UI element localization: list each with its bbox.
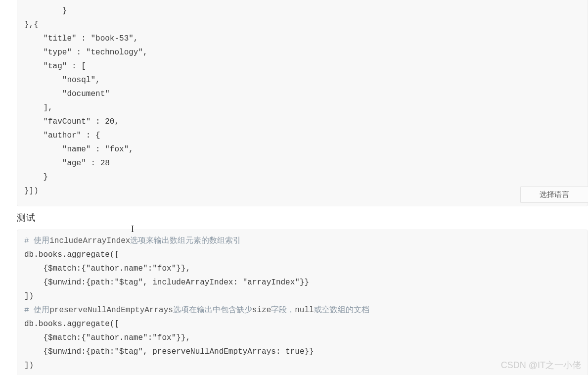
code-line: {$unwind:{path:"$tag", preserveNullAndEm…: [24, 345, 581, 359]
code-line: },{: [24, 18, 581, 32]
code-line: "document": [24, 87, 581, 101]
code-comment-2: # 使用preserveNullAndEmptyArrays选项在输出中包含缺少…: [24, 303, 581, 317]
code-line: {$unwind:{path:"$tag", includeArrayIndex…: [24, 276, 581, 289]
code-line: db.books.aggregate([: [24, 248, 581, 262]
code-line: "author" : {: [24, 129, 581, 142]
code-line: "title" : "book-53",: [24, 32, 581, 46]
code-block-1: }},{ "title" : "book-53", "type" : "tech…: [17, 0, 588, 206]
code-line: ]): [24, 289, 581, 303]
code-line: }: [24, 4, 581, 18]
code-block-2: # 使用includeArrayIndex选项来输出数组元素的数组索引db.bo…: [17, 230, 588, 375]
code-comment-1: # 使用includeArrayIndex选项来输出数组元素的数组索引: [24, 234, 581, 248]
code-line: }: [24, 170, 581, 184]
code-line: {$match:{"author.name":"fox"}},: [24, 331, 581, 345]
code-line: ]): [24, 359, 581, 373]
code-line: ],: [24, 101, 581, 115]
code-line: "age" : 28: [24, 156, 581, 170]
code-line: "tag" : [: [24, 59, 581, 73]
select-language-button[interactable]: 选择语言: [520, 187, 588, 203]
code-line: "type" : "technology",: [24, 46, 581, 59]
code-line: {$match:{"author.name":"fox"}},: [24, 262, 581, 276]
text-cursor-icon: I: [131, 224, 134, 234]
code-line: "favCount" : 20,: [24, 115, 581, 129]
code-line: "name" : "fox",: [24, 142, 581, 156]
code-line: "nosql",: [24, 73, 581, 87]
section-title-test: 测试: [17, 212, 588, 224]
code-line: db.books.aggregate([: [24, 317, 581, 331]
